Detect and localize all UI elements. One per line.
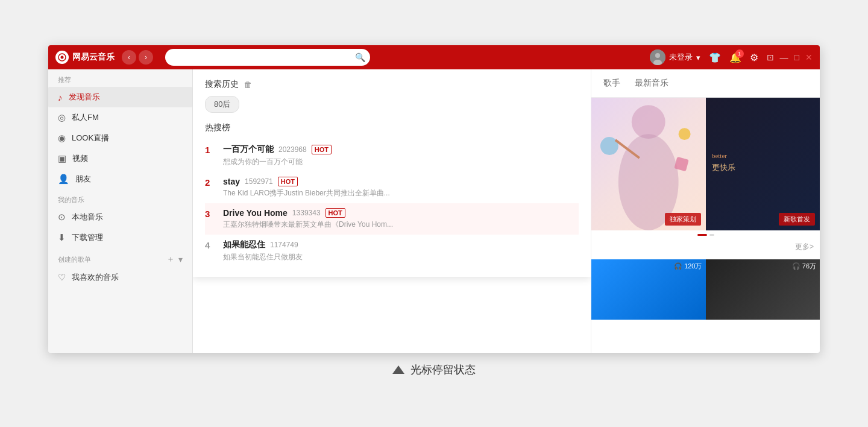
more-link[interactable]: 更多>	[591, 239, 820, 255]
heart-icon: ♡	[58, 272, 66, 283]
hot-desc-3: 王嘉尔独特烟嗓带来最新英文单曲《Drive You Hom...	[223, 220, 579, 230]
hot-score-1: 2023968	[278, 145, 307, 154]
search-button[interactable]: 🔍	[355, 52, 365, 62]
hot-content-3: Drive You Home 1339343 HOT 王嘉尔独特烟嗓带来最新英文…	[223, 208, 579, 230]
nav-buttons: ‹ ›	[122, 50, 153, 65]
video-icon: ▣	[58, 153, 66, 164]
cursor-triangle-icon	[392, 365, 404, 374]
hot-score-4: 1174749	[270, 241, 298, 249]
sidebar-item-fm[interactable]: ◎ 私人FM	[48, 107, 192, 128]
playlist-row: 🎧 120万 🎧 76万	[591, 255, 820, 322]
user-dropdown-icon: ▾	[696, 53, 700, 62]
sidebar-label-fm: 私人FM	[72, 112, 99, 123]
notification-badge: 1	[735, 49, 744, 58]
hot-title-1: 一百万个可能	[223, 144, 274, 155]
hot-desc-2: The Kid LARO携手Justin Bieber共同推出全新单曲...	[223, 188, 579, 198]
sidebar-label-local: 本地音乐	[72, 212, 103, 223]
sidebar-item-discover[interactable]: ♪ 发现音乐	[48, 87, 192, 107]
sidebar-item-look[interactable]: ◉ LOOK直播	[48, 128, 192, 148]
hot-search-item-1[interactable]: 1 一百万个可能 2023968 HOT 想成为你的一百万个可能	[205, 139, 579, 172]
hot-badge-3: HOT	[326, 208, 345, 218]
history-tags: 80后	[205, 96, 579, 113]
download-icon: ⬇	[58, 232, 66, 243]
expand-playlist-button[interactable]: ▾	[178, 254, 183, 265]
sidebar-item-local[interactable]: ⊙ 本地音乐	[48, 207, 192, 227]
settings-icon-area[interactable]: ⚙	[750, 52, 758, 63]
maximize-button[interactable]: □	[794, 52, 799, 62]
user-area[interactable]: 未登录 ▾	[650, 49, 700, 65]
sidebar-item-liked[interactable]: ♡ 我喜欢的音乐	[48, 267, 192, 288]
notification-area[interactable]: 🔔 1	[729, 52, 741, 63]
hot-search-label: 热搜榜	[205, 122, 579, 133]
forward-button[interactable]: ›	[139, 50, 153, 65]
music-note-icon: ♪	[58, 92, 63, 103]
app-window: 网易云音乐 ‹ › 🔍 未登录 ▾ 👕	[48, 45, 820, 353]
hot-score-3: 1339343	[292, 209, 321, 217]
svg-text:better: better	[711, 152, 726, 159]
tab-artists[interactable]: 歌手	[603, 78, 620, 91]
svg-text:更快乐: 更快乐	[711, 163, 735, 172]
hot-rank-1: 1	[205, 144, 223, 155]
back-button[interactable]: ‹	[122, 50, 136, 65]
hot-title-2: stay	[223, 177, 240, 186]
hot-badge-2: HOT	[278, 177, 298, 186]
hot-score-2: 1592971	[245, 177, 273, 186]
shirt-icon: 👕	[709, 52, 721, 63]
sidebar-item-friends[interactable]: 👤 朋友	[48, 169, 192, 189]
svg-point-1	[61, 56, 64, 59]
history-tag-0[interactable]: 80后	[205, 96, 239, 113]
hot-title-4: 如果能忍住	[223, 239, 265, 250]
hot-content-4: 如果能忍住 1174749 如果当初能忍住只做朋友	[223, 239, 579, 262]
hot-rank-2: 2	[205, 177, 223, 188]
svg-point-8	[679, 128, 691, 140]
content-area: 推荐 搜索历史 🗑 80后 热搜榜 1	[193, 69, 591, 353]
bottom-label-text: 光标停留状态	[410, 362, 476, 377]
cast-icon[interactable]: ⊡	[767, 52, 774, 62]
logo-icon	[55, 51, 69, 64]
svg-point-5	[632, 105, 665, 139]
sidebar-section-playlist-label: 创建的歌单	[58, 255, 91, 264]
playlist-thumb-2[interactable]: 🎧 76万	[706, 259, 820, 320]
hot-search-item-2[interactable]: 2 stay 1592971 HOT The Kid LARO携手Justin …	[205, 172, 579, 203]
banner-label-2: 新歌首发	[779, 213, 815, 226]
banner-1[interactable]: 独家策划	[591, 98, 706, 230]
local-music-icon: ⊙	[58, 212, 66, 223]
title-bar-right: 未登录 ▾ 👕 🔔 1 ⚙ ⊡ — □ ✕	[650, 49, 813, 65]
banners: 独家策划 更快乐 better 新歌首发	[591, 98, 820, 230]
tab-new-music[interactable]: 最新音乐	[635, 78, 668, 91]
add-playlist-button[interactable]: ＋	[166, 254, 175, 265]
sidebar-item-video[interactable]: ▣ 视频	[48, 148, 192, 169]
hot-search-item-4[interactable]: 4 如果能忍住 1174749 如果当初能忍住只做朋友	[205, 235, 579, 267]
settings-icon: ⚙	[750, 52, 758, 63]
sidebar-label-liked: 我喜欢的音乐	[72, 272, 119, 283]
sidebar-item-download[interactable]: ⬇ 下载管理	[48, 227, 192, 248]
avatar	[650, 49, 665, 65]
hot-title-3: Drive You Home	[223, 208, 288, 218]
playlist-count-1: 🎧 120万	[674, 262, 702, 271]
bottom-label-area: 光标停留状态	[392, 353, 476, 382]
close-button[interactable]: ✕	[805, 52, 813, 62]
hot-title-row-2: stay 1592971 HOT	[223, 177, 579, 186]
hot-search-item-3[interactable]: 3 Drive You Home 1339343 HOT 王嘉尔独特烟嗓带来最新…	[205, 203, 579, 235]
app-title: 网易云音乐	[72, 52, 115, 63]
search-input[interactable]	[165, 49, 370, 66]
banner-2[interactable]: 更快乐 better 新歌首发	[706, 98, 820, 230]
playlist-thumb-1[interactable]: 🎧 120万	[591, 259, 706, 320]
banner-label-1: 独家策划	[665, 213, 701, 226]
main-area: 推荐 ♪ 发现音乐 ◎ 私人FM ◉ LOOK直播 ▣ 视频 👤 朋友 我的音乐	[48, 69, 820, 353]
hot-rank-4: 4	[205, 239, 223, 250]
hot-badge-1: HOT	[312, 145, 332, 154]
search-history-header: 搜索历史 🗑	[205, 79, 579, 90]
shirt-icon-area[interactable]: 👕	[709, 52, 721, 63]
search-dropdown: 搜索历史 🗑 80后 热搜榜 1 一百万个可能 202396	[193, 69, 591, 277]
hot-title-row-3: Drive You Home 1339343 HOT	[223, 208, 579, 218]
playlist-actions: ＋ ▾	[166, 254, 183, 265]
hot-desc-4: 如果当初能忍住只做朋友	[223, 252, 579, 262]
delete-history-button[interactable]: 🗑	[244, 80, 252, 89]
banner-dots	[591, 230, 820, 239]
sidebar-label-discover: 发现音乐	[69, 92, 100, 103]
sidebar-label-look: LOOK直播	[72, 133, 109, 144]
minimize-button[interactable]: —	[780, 52, 788, 62]
sidebar-label-download: 下载管理	[72, 232, 103, 243]
sidebar-section-playlist-header: 创建的歌单 ＋ ▾	[48, 248, 192, 267]
